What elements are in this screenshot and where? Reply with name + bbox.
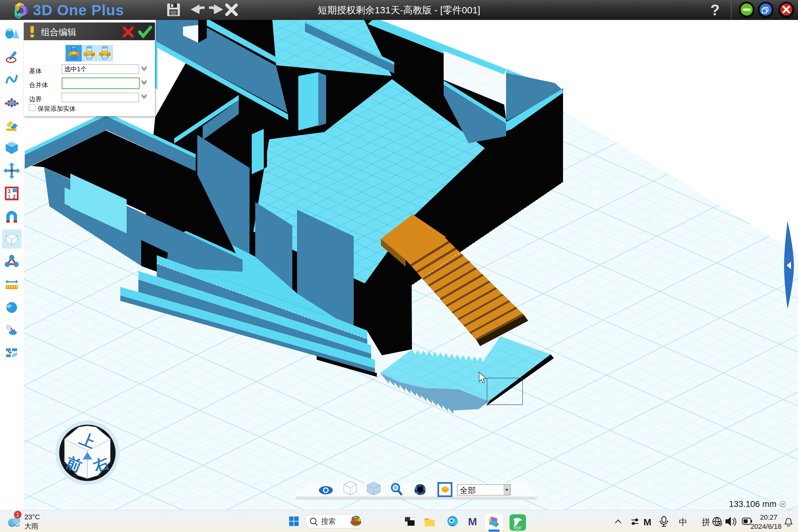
- svg-text:1: 1: [7, 194, 11, 200]
- svg-text:大雨: 大雨: [24, 522, 38, 530]
- svg-text:中: 中: [679, 517, 687, 527]
- svg-text:23°C: 23°C: [24, 513, 40, 521]
- svg-text:1: 1: [17, 512, 19, 517]
- svg-text:M: M: [468, 515, 477, 528]
- svg-text:搜索: 搜索: [321, 517, 336, 525]
- svg-text:2024/6/18: 2024/6/18: [750, 522, 781, 530]
- svg-text:全部: 全部: [460, 486, 476, 495]
- svg-text:20:27: 20:27: [760, 513, 777, 521]
- svg-text:PDF: PDF: [514, 526, 521, 530]
- svg-text:M: M: [644, 517, 651, 527]
- svg-text:2: 2: [13, 194, 16, 200]
- svg-text:拼: 拼: [702, 517, 710, 527]
- svg-text:133.106 mm: 133.106 mm: [729, 499, 777, 509]
